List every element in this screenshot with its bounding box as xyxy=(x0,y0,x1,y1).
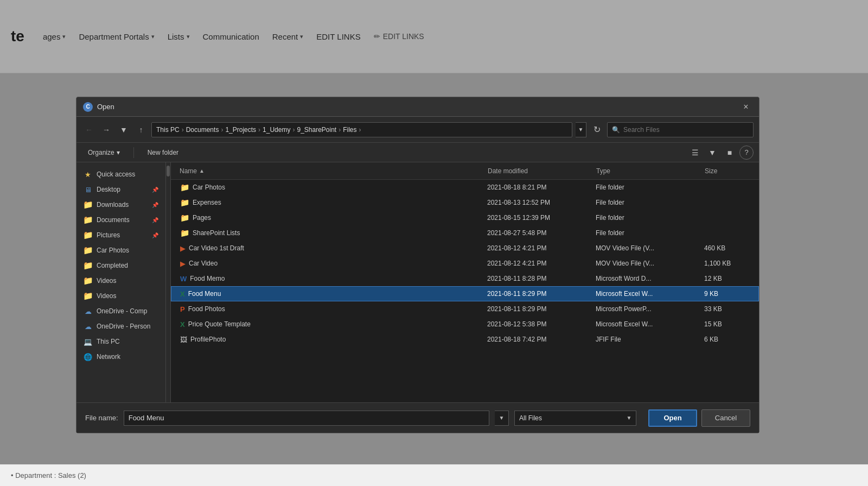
dialog-close-button[interactable]: × xyxy=(739,100,752,113)
file-size-cell: 9 KB xyxy=(700,290,754,298)
path-this-pc[interactable]: This PC xyxy=(156,126,180,134)
path-1projects[interactable]: 1_Projects xyxy=(225,126,256,134)
file-size-cell: 15 KB xyxy=(700,320,754,328)
file-name-cell: ▶ Car Video 1st Draft xyxy=(176,244,483,253)
table-row[interactable]: W Food Memo 2021-08-11 8:28 PM Microsoft… xyxy=(171,271,759,286)
path-documents[interactable]: Documents xyxy=(186,126,219,134)
table-row[interactable]: 📁 Expenses 2021-08-13 12:52 PM File fold… xyxy=(171,195,759,210)
file-date-cell: 2021-08-11 8:29 PM xyxy=(483,290,591,298)
dialog-title: Open xyxy=(97,103,735,111)
file-size-cell: 6 KB xyxy=(700,336,754,343)
this-pc-icon: 💻 xyxy=(84,337,92,346)
table-row[interactable]: 📁 Pages 2021-08-15 12:39 PM File folder xyxy=(171,210,759,225)
path-sep-2: › xyxy=(221,126,223,134)
sidebar-item-pictures[interactable]: 📁 Pictures 📌 xyxy=(76,228,165,243)
file-name: Price Quote Template xyxy=(188,320,251,328)
path-9sharepoint[interactable]: 9_SharePoint xyxy=(297,126,336,134)
organize-button[interactable]: Organize ▾ xyxy=(82,146,126,160)
path-1udemy[interactable]: 1_Udemy xyxy=(263,126,290,134)
search-box: 🔍 xyxy=(607,122,754,137)
sidebar-item-downloads[interactable]: 📁 Downloads 📌 xyxy=(76,197,165,212)
header-type[interactable]: Type xyxy=(592,167,700,175)
refresh-button[interactable]: ↻ xyxy=(590,123,604,137)
search-input[interactable] xyxy=(623,126,749,134)
file-type-cell: File folder xyxy=(591,184,700,191)
desktop-pin-icon: 📌 xyxy=(152,187,158,193)
nav-dropdown-button[interactable]: ▼ xyxy=(117,123,131,137)
sidebar-item-documents[interactable]: 📁 Documents 📌 xyxy=(76,212,165,228)
sidebar-item-car-photos[interactable]: 📁 Car Photos xyxy=(76,243,165,258)
completed-folder-icon: 📁 xyxy=(84,261,92,270)
table-row[interactable]: P Food Photos 2021-08-11 8:29 PM Microso… xyxy=(171,301,759,317)
sidebar-item-completed-label: Completed xyxy=(97,262,128,269)
file-name-cell: 📁 Car Photos xyxy=(176,183,483,192)
sort-arrow-icon: ▲ xyxy=(199,168,205,174)
dialog-bottom: File name: ▼ All Files ▼ Open Cancel xyxy=(76,402,759,433)
sidebar-item-onedrive-personal[interactable]: ☁ OneDrive - Person xyxy=(76,319,165,334)
sidebar-item-desktop[interactable]: 🖥 Desktop 📌 xyxy=(76,182,165,197)
nav-forward-button[interactable]: → xyxy=(99,123,113,137)
desktop-icon: 🖥 xyxy=(84,185,92,194)
table-row[interactable]: 📁 Car Photos 2021-08-18 8:21 PM File fol… xyxy=(171,180,759,195)
table-row[interactable]: ▶ Car Video 1st Draft 2021-08-12 4:21 PM… xyxy=(171,241,759,256)
view-buttons: ☰ ▼ ■ ? xyxy=(687,146,754,160)
filetype-dropdown-button[interactable]: ▼ xyxy=(622,411,636,426)
table-row[interactable]: 📁 SharePoint Lists 2021-08-27 5:48 PM Fi… xyxy=(171,225,759,241)
table-row[interactable]: X Price Quote Template 2021-08-12 5:38 P… xyxy=(171,317,759,332)
help-icon: ? xyxy=(744,148,748,156)
pictures-pin-icon: 📌 xyxy=(152,232,158,238)
sidebar-item-network[interactable]: 🌐 Network xyxy=(76,349,165,364)
header-size[interactable]: Size xyxy=(700,167,755,175)
file-name: Food Menu xyxy=(188,290,221,298)
sidebar-item-desktop-label: Desktop xyxy=(97,186,120,193)
videos-folder-icon-1: 📁 xyxy=(84,276,92,285)
star-icon: ★ xyxy=(84,170,92,179)
file-name: SharePoint Lists xyxy=(193,229,240,237)
file-name: Food Memo xyxy=(190,275,225,282)
cancel-button[interactable]: Cancel xyxy=(701,409,750,427)
sidebar-item-completed[interactable]: 📁 Completed xyxy=(76,258,165,273)
filetype-select[interactable]: All Files xyxy=(514,411,623,426)
header-name[interactable]: Name ▲ xyxy=(175,167,483,175)
table-row[interactable]: ▶ Car Video 2021-08-12 4:21 PM MOV Video… xyxy=(171,256,759,271)
dialog-addressbar: ← → ▼ ↑ This PC › Documents › 1_Projects… xyxy=(76,117,759,143)
header-size-label: Size xyxy=(705,167,717,175)
file-name-cell: 🖼 ProfilePhoto xyxy=(176,336,483,344)
view-list-button[interactable]: ☰ xyxy=(687,146,703,160)
file-type-cell: File folder xyxy=(591,214,700,222)
nav-back-button[interactable]: ← xyxy=(82,123,96,137)
address-path: This PC › Documents › 1_Projects › 1_Ude… xyxy=(151,122,572,137)
dialog-sidebar: ★ Quick access 🖥 Desktop 📌 📁 Downloads xyxy=(76,162,166,402)
table-row[interactable]: X Food Menu 2021-08-11 8:29 PM Microsoft… xyxy=(171,286,759,301)
sidebar-item-quick-access[interactable]: ★ Quick access xyxy=(76,167,165,182)
path-sep-4: › xyxy=(292,126,295,134)
file-rows-container: 📁 Car Photos 2021-08-18 8:21 PM File fol… xyxy=(171,180,759,347)
file-type-cell: MOV Video File (V... xyxy=(591,260,700,267)
status-bar: • Department : Sales (2) xyxy=(0,464,868,486)
path-files[interactable]: Files xyxy=(343,126,356,134)
sidebar-item-this-pc[interactable]: 💻 This PC xyxy=(76,334,165,349)
nav-up-button[interactable]: ↑ xyxy=(134,123,148,137)
filename-dropdown-button[interactable]: ▼ xyxy=(495,411,509,426)
view-dropdown-button[interactable]: ▼ xyxy=(705,146,720,160)
file-date-cell: 2021-08-18 7:42 PM xyxy=(483,336,591,343)
sidebar-item-videos-2[interactable]: 📁 Videos xyxy=(76,288,165,304)
sidebar-item-onedrive-comp[interactable]: ☁ OneDrive - Comp xyxy=(76,304,165,319)
file-type-cell: Microsoft Excel W... xyxy=(591,320,700,328)
large-icon-view-icon: ■ xyxy=(727,148,732,157)
view-large-icon-button[interactable]: ■ xyxy=(722,146,737,160)
file-size-cell: 33 KB xyxy=(700,305,754,313)
header-date[interactable]: Date modified xyxy=(483,167,592,175)
toolbar-separator xyxy=(133,147,134,158)
address-dropdown-button[interactable]: ▼ xyxy=(576,122,586,137)
sidebar-item-downloads-label: Downloads xyxy=(97,201,129,209)
open-button[interactable]: Open xyxy=(648,409,697,427)
network-icon: 🌐 xyxy=(84,352,92,361)
sidebar-item-videos-1[interactable]: 📁 Videos xyxy=(76,273,165,288)
help-button[interactable]: ? xyxy=(739,146,754,160)
file-date-cell: 2021-08-11 8:28 PM xyxy=(483,275,591,282)
table-row[interactable]: 🖼 ProfilePhoto 2021-08-18 7:42 PM JFIF F… xyxy=(171,332,759,347)
filename-input[interactable] xyxy=(124,411,489,426)
new-folder-button[interactable]: New folder xyxy=(142,146,184,160)
file-size-cell: 1,100 KB xyxy=(700,260,754,267)
